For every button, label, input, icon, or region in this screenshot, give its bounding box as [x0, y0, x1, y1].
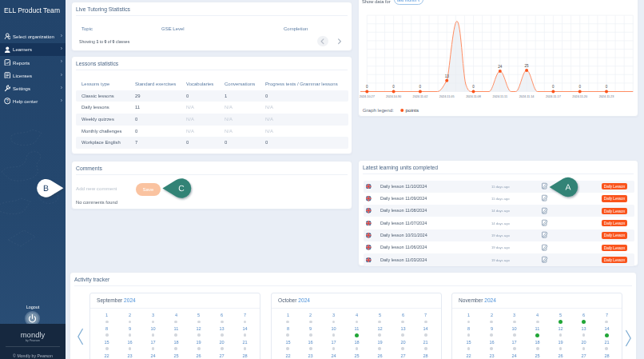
svg-text:2024.11.23: 2024.11.23 [599, 95, 614, 98]
svg-text:?: ? [6, 98, 8, 103]
svg-text:0: 0 [419, 85, 422, 89]
svg-text:Graph legend:: Graph legend: [363, 107, 394, 113]
svg-text:2024.10.27: 2024.10.27 [360, 95, 375, 98]
svg-text:2024.11.20: 2024.11.20 [572, 95, 587, 98]
svg-text:2024.11.17: 2024.11.17 [546, 95, 561, 98]
svg-text:2024.10.30: 2024.10.30 [386, 95, 401, 98]
svg-text:0: 0 [606, 85, 608, 89]
svg-text:points: points [406, 107, 419, 113]
svg-text:0: 0 [472, 85, 475, 89]
svg-text:2024.11.05: 2024.11.05 [439, 95, 455, 98]
svg-text:0: 0 [578, 85, 581, 89]
svg-text:0: 0 [552, 85, 555, 89]
svg-text:2024.11.02: 2024.11.02 [413, 95, 428, 98]
svg-text:2024.11.14: 2024.11.14 [519, 95, 535, 98]
svg-text:25: 25 [525, 64, 530, 68]
svg-text:0: 0 [392, 85, 395, 89]
svg-text:24: 24 [498, 65, 503, 69]
svg-text:2024.11.08: 2024.11.08 [466, 95, 481, 98]
svg-text:0: 0 [366, 85, 368, 89]
svg-text:2024.11.11: 2024.11.11 [493, 95, 507, 98]
svg-text:13: 13 [445, 74, 450, 78]
